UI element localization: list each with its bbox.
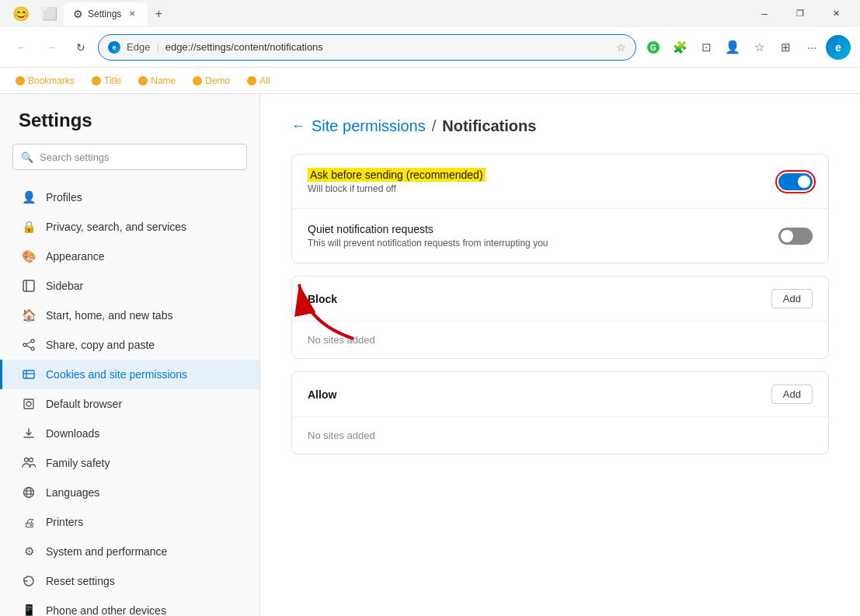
bookmark-item-2[interactable]: Title <box>85 73 127 89</box>
quiet-notifications-title: Quiet notification requests <box>308 223 778 235</box>
bookmark-label-2: Title <box>104 75 121 86</box>
sidebar-item-phone[interactable]: 📱 Phone and other devices <box>0 596 259 616</box>
tab-bar: 😊 ⬜ ⚙ Settings ✕ + <box>6 2 743 26</box>
tab-close-button[interactable]: ✕ <box>126 8 138 20</box>
sidebar-item-share[interactable]: Share, copy and paste <box>0 330 259 360</box>
sidebar-item-privacy[interactable]: 🔒 Privacy, search, and services <box>0 212 259 242</box>
sidebar-item-languages[interactable]: Languages <box>0 478 259 507</box>
sidebar-label-languages: Languages <box>46 486 99 499</box>
printers-icon: 🖨 <box>21 514 37 530</box>
sidebar-item-appearance[interactable]: 🎨 Appearance <box>0 242 259 271</box>
quiet-notifications-row: Quiet notification requests This will pr… <box>292 209 828 263</box>
favorites-icon-btn[interactable]: ☆ <box>747 35 771 60</box>
downloads-icon <box>21 426 37 441</box>
bookmark-item-3[interactable]: Name <box>132 73 182 89</box>
breadcrumb-current-page: Notifications <box>442 117 536 135</box>
sidebar-label-start-home: Start, home, and new tabs <box>46 309 172 322</box>
sidebar-label-downloads: Downloads <box>46 427 99 440</box>
refresh-button[interactable]: ↻ <box>68 35 93 60</box>
sidebar-item-system[interactable]: ⚙ System and performance <box>0 537 259 566</box>
sidebar-item-family[interactable]: Family safety <box>0 448 259 478</box>
phone-icon: 📱 <box>21 603 37 616</box>
back-button[interactable]: ← <box>9 35 34 60</box>
window-controls: ─ ❐ ✕ <box>747 0 854 27</box>
sidebar-title: Settings <box>0 110 259 144</box>
tab-groups-icon[interactable]: ⬜ <box>36 2 64 26</box>
copilot-icon[interactable]: G <box>641 35 666 60</box>
breadcrumb-parent-link[interactable]: Site permissions <box>312 117 426 135</box>
sidebar-label-share: Share, copy and paste <box>46 339 155 351</box>
address-text: edge://settings/content/notifications <box>165 41 610 53</box>
forward-button[interactable]: → <box>39 35 64 60</box>
ask-sending-title: Ask before sending (recommended) <box>308 169 778 181</box>
breadcrumb-separator: / <box>432 117 437 135</box>
split-view-icon[interactable]: ⊡ <box>694 35 719 60</box>
allow-add-button[interactable]: Add <box>771 385 813 404</box>
ask-before-sending-card: Ask before sending (recommended) Will bl… <box>291 154 829 263</box>
settings-tab-favicon: ⚙ <box>73 8 83 20</box>
svg-point-4 <box>31 339 34 343</box>
bookmark-label-1: Bookmarks <box>28 75 75 86</box>
quiet-notifications-desc: This will prevent notification requests … <box>308 238 778 249</box>
edge-label: Edge <box>127 41 150 53</box>
sidebar-item-profiles[interactable]: 👤 Profiles <box>0 183 259 212</box>
svg-rect-12 <box>24 399 33 409</box>
family-icon <box>21 455 37 471</box>
bookmark-item-1[interactable]: Bookmarks <box>9 73 81 89</box>
share-icon <box>21 337 37 353</box>
ask-sending-toggle[interactable] <box>778 173 813 190</box>
allow-section-card: Allow Add No sites added <box>291 371 829 454</box>
block-empty-text: No sites added <box>292 322 828 358</box>
sidebar-label-profiles: Profiles <box>46 191 82 204</box>
appearance-icon: 🎨 <box>21 249 37 264</box>
svg-point-18 <box>26 488 31 498</box>
extensions-icon[interactable]: 🧩 <box>667 35 692 60</box>
ask-sending-title-highlighted: Ask before sending (recommended) <box>308 168 486 182</box>
new-tab-button[interactable]: + <box>148 3 169 25</box>
search-settings-input[interactable] <box>40 151 239 163</box>
address-bar[interactable]: e Edge | edge://settings/content/notific… <box>98 34 636 61</box>
block-add-button[interactable]: Add <box>771 289 813 308</box>
block-title: Block <box>308 293 337 305</box>
minimize-button[interactable]: ─ <box>747 0 782 27</box>
home-icon: 🏠 <box>21 308 37 323</box>
sidebar-item-reset[interactable]: Reset settings <box>0 566 259 596</box>
sidebar-item-printers[interactable]: 🖨 Printers <box>0 507 259 537</box>
profile-icon-area[interactable]: 😊 <box>6 2 36 26</box>
favorites-icon[interactable]: ☆ <box>616 41 626 54</box>
sidebar-item-start-home[interactable]: 🏠 Start, home, and new tabs <box>0 301 259 330</box>
settings-tab-label: Settings <box>88 9 121 19</box>
more-tools-icon[interactable]: ··· <box>799 35 824 60</box>
sidebar-label-appearance: Appearance <box>46 250 105 263</box>
bookmark-label-4: Demo <box>205 75 230 86</box>
system-icon: ⚙ <box>21 544 37 559</box>
svg-rect-9 <box>23 371 34 378</box>
block-section-header: Block Add <box>292 277 828 322</box>
navigation-bar: ← → ↻ e Edge | edge://settings/content/n… <box>0 27 860 68</box>
sidebar-label-reset: Reset settings <box>46 575 115 587</box>
settings-tab[interactable]: ⚙ Settings ✕ <box>64 2 148 26</box>
bookmark-item-4[interactable]: Demo <box>186 73 236 89</box>
sidebar-item-cookies[interactable]: Cookies and site permissions <box>0 360 259 389</box>
sidebar-item-downloads[interactable]: Downloads <box>0 419 259 448</box>
sidebar-item-sidebar[interactable]: Sidebar <box>0 271 259 301</box>
ask-sending-text: Ask before sending (recommended) Will bl… <box>308 169 778 194</box>
profile-switch-icon[interactable]: 👤 <box>720 35 745 60</box>
sidebar-label-default-browser: Default browser <box>46 398 122 410</box>
svg-point-13 <box>26 402 31 406</box>
collections-icon[interactable]: ⊞ <box>773 35 798 60</box>
sidebar-label-family: Family safety <box>46 457 110 469</box>
search-settings-box[interactable]: 🔍 <box>12 144 247 170</box>
quiet-notifications-toggle[interactable] <box>778 228 813 245</box>
edge-copilot-icon[interactable]: e <box>826 35 851 60</box>
breadcrumb: ← Site permissions / Notifications <box>291 117 829 135</box>
profiles-icon: 👤 <box>21 190 37 205</box>
close-button[interactable]: ✕ <box>818 0 854 27</box>
allow-title: Allow <box>308 388 336 401</box>
breadcrumb-back-button[interactable]: ← <box>291 118 305 134</box>
ask-sending-desc: Will block if turned off <box>308 183 778 194</box>
restore-button[interactable]: ❐ <box>782 0 818 27</box>
sidebar-item-default-browser[interactable]: Default browser <box>0 389 259 419</box>
svg-text:G: G <box>650 44 656 52</box>
bookmark-item-5[interactable]: All <box>241 73 276 89</box>
